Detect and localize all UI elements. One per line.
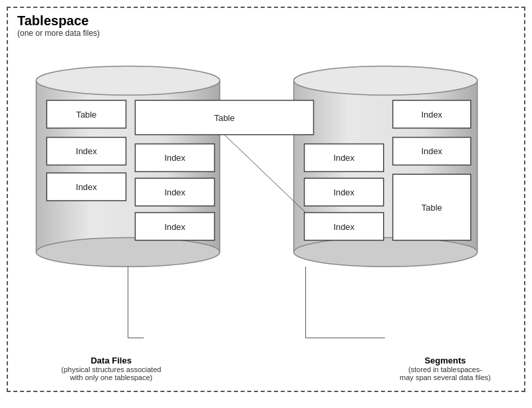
svg-text:Index: Index [421, 146, 442, 156]
svg-rect-28 [393, 138, 471, 165]
svg-rect-22 [305, 178, 384, 206]
svg-rect-12 [135, 100, 313, 135]
svg-rect-20 [305, 144, 384, 172]
svg-text:Index: Index [164, 153, 186, 163]
svg-text:Index: Index [333, 187, 354, 197]
svg-rect-3 [294, 80, 477, 252]
segments-label: Segments (stored in tablespaces-may span… [400, 356, 491, 381]
svg-text:Index: Index [421, 110, 442, 120]
svg-text:Index: Index [333, 153, 354, 163]
svg-text:Index: Index [76, 182, 97, 192]
svg-rect-30 [393, 174, 471, 240]
diagram-svg: Table Index Index Table Index Index Inde… [8, 8, 524, 391]
svg-text:Table: Table [422, 203, 442, 213]
svg-rect-18 [135, 213, 214, 241]
svg-rect-26 [393, 100, 471, 128]
segments-desc: (stored in tablespaces-may span several … [400, 365, 491, 381]
tablespace-subtitle: (one or more data files) [17, 29, 100, 38]
svg-rect-8 [47, 138, 126, 165]
svg-rect-16 [135, 178, 214, 206]
svg-point-2 [36, 66, 219, 95]
tablespace-title: Tablespace [17, 13, 100, 29]
data-files-title: Data Files [61, 356, 161, 365]
title-block: Tablespace (one or more data files) [17, 13, 100, 38]
data-files-desc: (physical structures associatedwith only… [61, 365, 161, 381]
svg-text:Table: Table [214, 113, 235, 123]
svg-rect-6 [47, 100, 126, 128]
svg-point-4 [294, 238, 477, 267]
svg-text:Index: Index [76, 146, 97, 156]
svg-text:Index: Index [164, 222, 186, 232]
svg-text:Table: Table [76, 110, 96, 120]
svg-line-36 [224, 135, 305, 213]
segments-title: Segments [400, 356, 491, 365]
svg-point-5 [294, 66, 477, 95]
svg-rect-10 [47, 173, 126, 201]
svg-rect-0 [36, 80, 219, 252]
svg-point-1 [36, 238, 219, 267]
data-files-label: Data Files (physical structures associat… [61, 356, 161, 381]
svg-text:Index: Index [164, 187, 186, 197]
svg-text:Index: Index [333, 222, 354, 232]
svg-rect-14 [135, 144, 214, 172]
tablespace-container: Tablespace (one or more data files) [7, 7, 525, 392]
svg-rect-24 [305, 213, 384, 241]
